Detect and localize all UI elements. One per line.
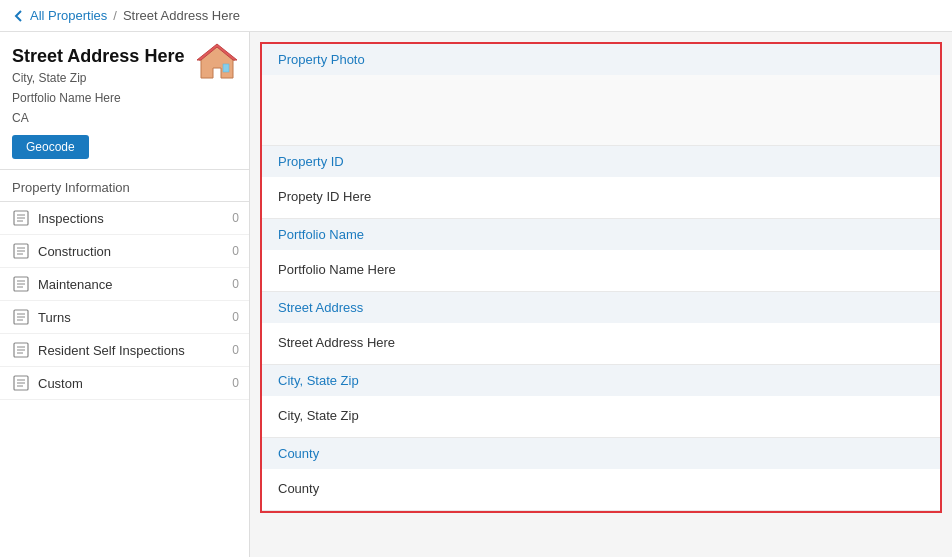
form-section-city-state-zip: City, State Zip City, State Zip	[262, 365, 940, 438]
house-icon	[197, 42, 237, 83]
nav-icon-inspections	[12, 209, 30, 227]
nav-label-resident-self-inspections: Resident Self Inspections	[38, 343, 223, 358]
all-properties-link[interactable]: All Properties	[12, 8, 107, 23]
nav-label-maintenance: Maintenance	[38, 277, 223, 292]
breadcrumb-current: Street Address Here	[123, 8, 240, 23]
form-section-property-id: Property ID Propety ID Here	[262, 146, 940, 219]
form-container: Property Photo Property ID Propety ID He…	[260, 42, 942, 513]
sidebar-section-label: Property Information	[0, 170, 249, 201]
form-section-portfolio-name: Portfolio Name Portfolio Name Here	[262, 219, 940, 292]
form-field-value-property-id: Propety ID Here	[278, 185, 924, 208]
form-field-value-city-state-zip: City, State Zip	[278, 404, 924, 427]
sidebar: Street Address Here City, State Zip Port…	[0, 32, 250, 557]
sidebar-item-turns[interactable]: Turns 0	[0, 301, 249, 334]
breadcrumb-back-label: All Properties	[30, 8, 107, 23]
nav-count-resident-self-inspections: 0	[223, 343, 239, 357]
form-section-county: County County	[262, 438, 940, 511]
form-field-value-street-address: Street Address Here	[278, 331, 924, 354]
svg-marker-0	[199, 46, 235, 78]
main-content: Property Photo Property ID Propety ID He…	[250, 32, 952, 557]
nav-label-inspections: Inspections	[38, 211, 223, 226]
back-arrow-icon	[12, 9, 26, 23]
nav-count-inspections: 0	[223, 211, 239, 225]
nav-icon-turns	[12, 308, 30, 326]
nav-icon-resident-self-inspections	[12, 341, 30, 359]
nav-count-turns: 0	[223, 310, 239, 324]
form-field-value-portfolio-name: Portfolio Name Here	[278, 258, 924, 281]
sidebar-item-resident-self-inspections[interactable]: Resident Self Inspections 0	[0, 334, 249, 367]
form-section-header-county: County	[262, 438, 940, 469]
form-section-header-portfolio-name: Portfolio Name	[262, 219, 940, 250]
geocode-button[interactable]: Geocode	[12, 135, 89, 159]
nav-count-maintenance: 0	[223, 277, 239, 291]
nav-count-construction: 0	[223, 244, 239, 258]
nav-label-construction: Construction	[38, 244, 223, 259]
nav-icon-construction	[12, 242, 30, 260]
nav-label-custom: Custom	[38, 376, 223, 391]
svg-rect-2	[223, 64, 229, 72]
sidebar-item-maintenance[interactable]: Maintenance 0	[0, 268, 249, 301]
photo-area	[262, 75, 940, 145]
sidebar-item-custom[interactable]: Custom 0	[0, 367, 249, 400]
form-section-header-city-state-zip: City, State Zip	[262, 365, 940, 396]
nav-label-turns: Turns	[38, 310, 223, 325]
property-city: City, State Zip	[12, 69, 184, 87]
form-section-header-street-address: Street Address	[262, 292, 940, 323]
breadcrumb-separator: /	[113, 8, 117, 23]
form-section-header-photo: Property Photo	[262, 44, 940, 75]
nav-icon-maintenance	[12, 275, 30, 293]
nav-count-custom: 0	[223, 376, 239, 390]
property-name: Street Address Here	[12, 46, 184, 67]
form-section-header-property-id: Property ID	[262, 146, 940, 177]
property-portfolio: Portfolio Name Here	[12, 89, 184, 107]
sidebar-nav: Inspections 0 Construction 0 Maintenance…	[0, 202, 249, 400]
property-header: Street Address Here City, State Zip Port…	[0, 32, 249, 169]
nav-icon-custom	[12, 374, 30, 392]
sidebar-item-inspections[interactable]: Inspections 0	[0, 202, 249, 235]
sidebar-item-construction[interactable]: Construction 0	[0, 235, 249, 268]
breadcrumb: All Properties / Street Address Here	[0, 0, 952, 32]
form-section-photo: Property Photo	[262, 44, 940, 146]
form-field-value-county: County	[278, 477, 924, 500]
property-state: CA	[12, 109, 184, 127]
form-section-street-address: Street Address Street Address Here	[262, 292, 940, 365]
